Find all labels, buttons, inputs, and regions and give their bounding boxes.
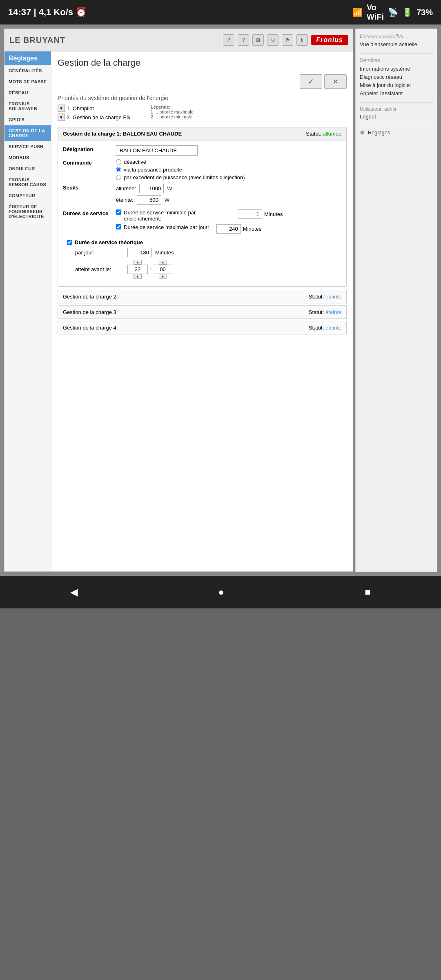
info-systeme-link[interactable]: Informations système: [360, 66, 433, 72]
reglages-link[interactable]: ⚙ Réglages: [360, 129, 433, 136]
confirm-button[interactable]: ✓: [300, 74, 322, 89]
sidebar-item-service-push[interactable]: SERVICE PUSH: [4, 141, 51, 152]
charge-card-4[interactable]: Gestion de la charge 4: Statut: éteinte: [58, 321, 347, 334]
priority-2-arrow[interactable]: ▼: [58, 114, 65, 121]
duree-min-checkbox[interactable]: [116, 209, 121, 215]
time-separator: :: [149, 266, 151, 272]
right-panel: Données actuelles Vue d'ensemble actuell…: [355, 29, 437, 572]
seuils-row: Seuils allumée: W éteinte:: [63, 184, 341, 206]
duree-min-label: Durée de service minimale par enclenchem…: [124, 209, 230, 222]
radio-via-puissance[interactable]: via la puissance produite: [116, 167, 341, 173]
radio-par-excedent-input[interactable]: [116, 175, 121, 180]
charge-card-1-header: Gestion de la charge 1: BALLON EAU CHAUD…: [58, 127, 346, 140]
battery-icon: 🔋: [402, 7, 412, 17]
back-button[interactable]: ◀: [58, 582, 90, 602]
designation-value: [116, 145, 341, 156]
vue-ensemble-link[interactable]: Vue d'ensemble actuelle: [360, 41, 433, 47]
charge-card-3-statut: Statut: éteinte: [309, 309, 341, 315]
info-icon-btn[interactable]: ?: [238, 34, 249, 46]
radio-desactive[interactable]: désactivé: [116, 159, 341, 165]
home-button[interactable]: ●: [206, 582, 236, 602]
minutes-input[interactable]: [153, 265, 173, 274]
priority-1-arrow[interactable]: ▼: [58, 105, 65, 112]
theorique-checkbox[interactable]: [67, 240, 72, 245]
charge-card-1-statut: Statut: allumée: [306, 131, 341, 137]
sidebar-item-fronius-sensor[interactable]: FRONIUS SENSOR CARDS: [4, 174, 51, 190]
sidebar-item-generalites[interactable]: GÉNÉRALITÉS: [4, 65, 51, 76]
charge-card-4-title: Gestion de la charge 4:: [63, 325, 118, 331]
duree-max-input[interactable]: [216, 224, 241, 234]
sidebar-item-onduleur[interactable]: ONDULEUR: [4, 163, 51, 174]
sidebar-item-reseau[interactable]: RÉSEAU: [4, 87, 51, 98]
charge-card-1-body: Désignation Commande désactivé: [58, 140, 346, 286]
sidebar-item-fronius-solar-web[interactable]: FRONIUS SOLAR.WEB: [4, 98, 51, 114]
page-title: Gestion de la charge: [58, 58, 347, 68]
flag-icon-btn[interactable]: ⚑: [282, 34, 293, 46]
duree-max-checkbox-label[interactable]: Durée de service maximale par jour:: [116, 224, 209, 230]
hours-input[interactable]: [127, 265, 148, 274]
reglages-section: ⚙ Réglages: [360, 129, 433, 136]
status-icons: 📶 VoWiFi 📡 🔋 73%: [352, 3, 433, 22]
reglages-label: Réglages: [368, 129, 390, 136]
duree-min-checkbox-label[interactable]: Durée de service minimale par enclenchem…: [116, 209, 230, 222]
theorique-checkbox-label[interactable]: Durée de service théorique: [67, 239, 143, 245]
cancel-button[interactable]: ✕: [324, 74, 347, 89]
priorities-title: Priorités du système de gestion de l'éne…: [58, 95, 347, 101]
durees-label: Durées de service: [63, 209, 112, 216]
lang-icon-btn[interactable]: fr: [296, 34, 308, 46]
minutes-up-btn[interactable]: ▲: [159, 260, 167, 265]
right-divider-2: [360, 102, 433, 103]
theorique-label: Durée de service théorique: [75, 239, 143, 245]
grid-icon-btn[interactable]: ⊞: [252, 34, 264, 46]
seuil-allumee-input[interactable]: [139, 184, 164, 193]
theorique-par-jour-input[interactable]: [127, 248, 152, 257]
priorities-section: Priorités du système de gestion de l'éne…: [58, 95, 347, 121]
body-area: Réglages GÉNÉRALITÉS MOTS DE PASSE RÉSEA…: [4, 51, 353, 571]
sidebar: Réglages GÉNÉRALITÉS MOTS DE PASSE RÉSEA…: [4, 51, 51, 571]
radio-via-puissance-input[interactable]: [116, 167, 121, 172]
designation-label: Désignation: [63, 145, 112, 152]
theorique-header: Durée de service théorique: [67, 239, 341, 245]
sidebar-item-gpios[interactable]: GPIO'S: [4, 114, 51, 125]
main-content: Gestion de la charge ✓ ✕ Priorités du sy…: [51, 51, 353, 571]
gear-icon: ⚙: [360, 129, 365, 136]
commande-label: Commande: [63, 159, 112, 166]
sidebar-item-editeur[interactable]: ÉDITEUR DE FOURNISSEUR D'ÉLECTRICITÉ: [4, 201, 51, 222]
priority-2-num: 2.: [67, 114, 71, 120]
menu-button[interactable]: ■: [352, 582, 383, 602]
duree-min-input[interactable]: [238, 209, 262, 219]
sidebar-item-mots-de-passe[interactable]: MOTS DE PASSE: [4, 76, 51, 87]
legend-box: Légende: 1 ... priorité maximale 2 ... p…: [151, 105, 194, 119]
durees-values: Durée de service minimale par enclenchem…: [116, 209, 341, 236]
legend-item-2: 2 ... priorité minimale: [151, 114, 194, 119]
charge-card-2[interactable]: Gestion de la charge 2: Statut: éteinte: [58, 290, 347, 303]
hours-up-btn[interactable]: ▲: [134, 260, 142, 265]
hours-down-btn[interactable]: ▼: [134, 274, 142, 279]
designation-input[interactable]: [116, 145, 198, 156]
radio-par-excedent[interactable]: par excédent de puissance (avec limites …: [116, 174, 341, 180]
sidebar-item-modbus[interactable]: MODBUS: [4, 152, 51, 163]
mise-a-jour-link[interactable]: Mise à jour du logiciel: [360, 82, 433, 88]
seuil-allumee-row: allumée: W: [116, 184, 341, 193]
minutes-down-btn[interactable]: ▼: [159, 274, 167, 279]
duree-max-row: Durée de service maximale par jour: Minu…: [116, 224, 341, 234]
donnees-actuelles-section: Données actuelles Vue d'ensemble actuell…: [360, 33, 433, 47]
priority-1-num: 1.: [67, 105, 71, 111]
duree-min-row: Durée de service minimale par enclenchem…: [116, 209, 341, 222]
header-icons: ? ? ⊞ ① ⚑ fr Fronius: [223, 34, 348, 46]
sidebar-item-compteur[interactable]: COMPTEUR: [4, 190, 51, 201]
duree-max-checkbox[interactable]: [116, 224, 121, 229]
diagnostic-reseau-link[interactable]: Diagnostic réseau: [360, 74, 433, 80]
appeler-assistant-link[interactable]: Appeler l'assistant: [360, 90, 433, 96]
toolbar: ✓ ✕: [58, 74, 347, 89]
charge-card-3[interactable]: Gestion de la charge 3: Statut: éteinte: [58, 305, 347, 319]
notif-icon-btn[interactable]: ①: [267, 34, 278, 46]
theorique-par-jour-label: par jour:: [75, 249, 124, 256]
radio-desactive-input[interactable]: [116, 159, 121, 165]
logout-link[interactable]: Logout: [360, 114, 433, 120]
charge-card-1-title: Gestion de la charge 1: BALLON EAU CHAUD…: [63, 131, 182, 137]
seuil-eteinte-input[interactable]: [137, 195, 161, 205]
sidebar-item-gestion-charge[interactable]: GESTION DE LA CHARGE: [4, 125, 51, 141]
help-icon-btn[interactable]: ?: [223, 34, 234, 46]
battery-percent: 73%: [416, 8, 433, 17]
